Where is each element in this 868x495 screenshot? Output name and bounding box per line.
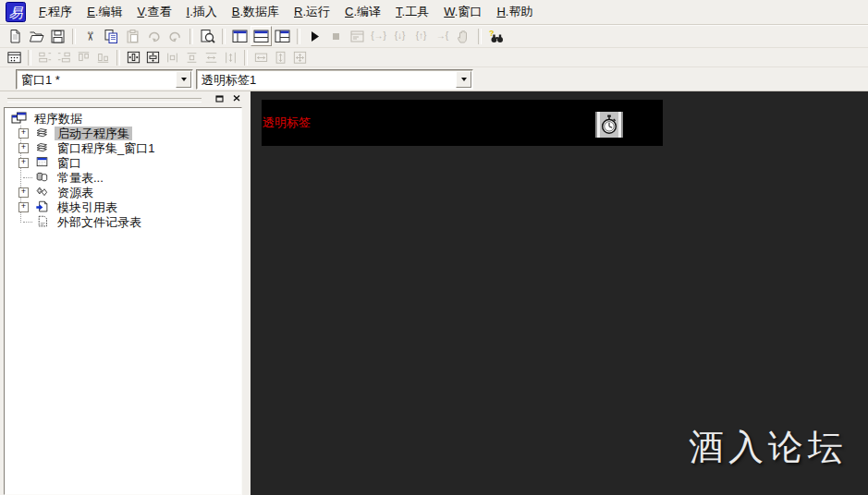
center-vertical-button[interactable] bbox=[143, 49, 163, 66]
copy-button[interactable] bbox=[101, 26, 122, 46]
menu-h[interactable]: H.帮助 bbox=[489, 2, 540, 22]
view-workspace-button[interactable] bbox=[229, 26, 251, 46]
panel-float-button[interactable] bbox=[213, 92, 226, 104]
align-right-button bbox=[55, 49, 74, 66]
cut-button[interactable]: ✂ bbox=[79, 26, 101, 46]
tree-item[interactable]: +启动子程序集 bbox=[6, 126, 239, 140]
align-toolbar bbox=[0, 48, 868, 67]
expand-plus-icon[interactable]: + bbox=[18, 202, 29, 212]
make-same-width-button bbox=[202, 49, 221, 66]
tree-item[interactable]: +模块引用表 bbox=[6, 199, 239, 214]
transparent-label-component[interactable]: 透明标签 bbox=[263, 115, 311, 131]
step-out-button: {↑} bbox=[410, 26, 432, 46]
toolbar-separator bbox=[116, 50, 120, 66]
tree-item[interactable]: 常量表... bbox=[6, 170, 239, 185]
help-search-button[interactable]: ? bbox=[485, 26, 507, 46]
align-left-button bbox=[35, 49, 55, 66]
elang-logo-icon: 易 bbox=[6, 2, 26, 22]
same-width-icon bbox=[203, 51, 219, 65]
cut-icon: ✂ bbox=[85, 30, 95, 43]
stop-icon bbox=[328, 29, 344, 44]
tree-connector bbox=[6, 177, 32, 178]
resize-both-icon bbox=[292, 51, 308, 65]
new-button[interactable] bbox=[5, 26, 26, 46]
window-selector[interactable]: 窗口1 * bbox=[16, 69, 193, 90]
tree-item[interactable]: +窗口 bbox=[6, 155, 239, 170]
module-refs-icon bbox=[34, 200, 51, 213]
align-top-button bbox=[74, 49, 93, 66]
menu-v[interactable]: V.查看 bbox=[129, 2, 178, 22]
toolbar-separator bbox=[297, 29, 300, 44]
ide-window: 易 F.程序E.编辑V.查看I.插入B.数据库R.运行C.编译T.工具W.窗口H… bbox=[0, 0, 868, 495]
tree-item-label[interactable]: 资源表 bbox=[55, 186, 96, 199]
tree-connector: + bbox=[6, 128, 32, 139]
tree-item-label[interactable]: 常量表... bbox=[55, 171, 106, 185]
tree-connector: + bbox=[6, 158, 32, 168]
main-toolbar: ✂{→}{↓}{↑}→{? bbox=[0, 25, 868, 48]
same-height-icon bbox=[223, 51, 238, 65]
step-into-icon: {↓} bbox=[395, 31, 406, 41]
align-right-icon bbox=[56, 51, 72, 65]
window-selector-dropdown-button[interactable] bbox=[176, 71, 191, 88]
designer-canvas: 透明标签 酒入论坛 bbox=[251, 91, 868, 495]
toolbar-separator bbox=[478, 29, 482, 44]
menu-e[interactable]: E.编辑 bbox=[79, 2, 129, 22]
stopwatch-icon bbox=[600, 115, 618, 135]
redo-icon bbox=[146, 29, 162, 44]
expand-plus-icon[interactable]: + bbox=[18, 128, 29, 139]
expand-plus-icon[interactable]: + bbox=[18, 158, 29, 168]
size-both-button bbox=[290, 49, 310, 66]
align-top-icon bbox=[76, 51, 92, 65]
paste-button bbox=[122, 26, 143, 46]
find-button[interactable] bbox=[197, 26, 218, 46]
run-button[interactable] bbox=[304, 26, 325, 46]
tree-item-label[interactable]: 窗口程序集_窗口1 bbox=[55, 141, 157, 155]
redo-button bbox=[143, 26, 165, 46]
component-selector-dropdown-button[interactable] bbox=[456, 71, 471, 88]
timer-component[interactable] bbox=[595, 112, 623, 138]
menu-i[interactable]: I.插入 bbox=[179, 2, 225, 22]
view-output-button[interactable] bbox=[251, 26, 272, 46]
view-panels-button[interactable] bbox=[272, 26, 293, 46]
panel-gripper[interactable] bbox=[7, 98, 202, 103]
menu-r[interactable]: R.运行 bbox=[287, 2, 337, 22]
tree-item[interactable]: +资源表 bbox=[6, 185, 239, 199]
chevron-down-icon bbox=[461, 78, 467, 81]
open-button[interactable] bbox=[26, 26, 47, 46]
tree-item-label[interactable]: 模块引用表 bbox=[55, 200, 120, 214]
expand-plus-icon[interactable]: + bbox=[18, 143, 29, 153]
menu-f[interactable]: F.程序 bbox=[31, 2, 79, 22]
undo-button bbox=[165, 26, 186, 46]
form-designer-button[interactable] bbox=[5, 49, 24, 66]
step-over-icon: {→} bbox=[371, 31, 386, 41]
tree-stub bbox=[23, 177, 32, 178]
tree-item-label[interactable]: 启动子程序集 bbox=[55, 127, 132, 140]
menu-b[interactable]: B.数据库 bbox=[225, 2, 287, 22]
tree-root[interactable]: 程序数据 bbox=[6, 111, 239, 126]
menu-t[interactable]: T.工具 bbox=[388, 2, 436, 22]
toolbar-separator bbox=[189, 29, 193, 44]
run-to-cursor-button: →{ bbox=[432, 26, 453, 46]
chevron-down-icon bbox=[181, 78, 187, 81]
designed-form[interactable]: 透明标签 bbox=[262, 100, 663, 146]
form-grid-icon bbox=[6, 51, 22, 65]
menu-c[interactable]: C.编译 bbox=[337, 2, 388, 22]
copy-icon bbox=[104, 29, 119, 44]
make-same-height-button bbox=[221, 49, 240, 66]
tree-item-label[interactable]: 窗口 bbox=[55, 156, 84, 170]
center-horizontal-button[interactable] bbox=[124, 49, 143, 66]
menu-w[interactable]: W.窗口 bbox=[436, 2, 489, 22]
space-down-icon bbox=[184, 51, 200, 65]
new-file-icon bbox=[7, 29, 23, 44]
tree-item[interactable]: 外部文件记录表 bbox=[6, 214, 239, 229]
component-selector[interactable]: 透明标签1 bbox=[196, 69, 473, 90]
window-icon bbox=[34, 156, 51, 169]
tree-item-label[interactable]: 外部文件记录表 bbox=[55, 215, 144, 229]
debug-window-icon bbox=[349, 29, 365, 44]
tree-item[interactable]: +窗口程序集_窗口1 bbox=[6, 140, 239, 155]
panel-close-button[interactable] bbox=[229, 92, 243, 104]
expand-plus-icon[interactable]: + bbox=[18, 187, 29, 198]
save-button[interactable] bbox=[47, 26, 68, 46]
find-icon bbox=[200, 29, 215, 44]
space-across-button bbox=[163, 49, 182, 66]
